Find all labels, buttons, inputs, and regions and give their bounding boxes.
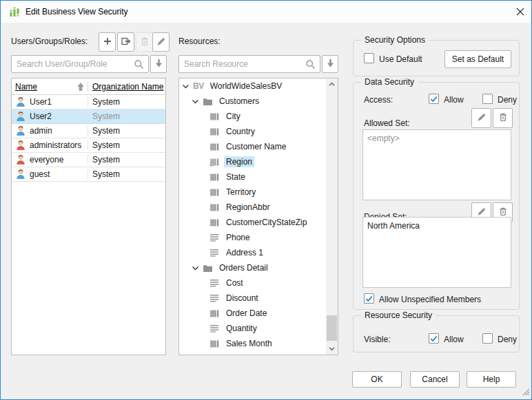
delete-user-button[interactable] [136,32,153,52]
detail-field-icon [209,293,220,303]
dimension-icon [209,172,220,182]
sort-asc-icon [76,82,85,92]
dimension-icon [209,142,220,151]
edit-user-button[interactable] [152,32,170,52]
users-table: Name Organization Name User1 System User… [11,78,166,355]
tree-item-region-selected[interactable]: Region [179,154,326,169]
person-red-icon [15,154,26,165]
data-security-group: Data Security Access: Allow Deny Allowed… [353,82,520,310]
arrow-down-icon [326,59,335,70]
user-search-box [11,55,149,73]
tree-item-discount[interactable]: Discount [179,291,326,306]
dimension-icon [209,112,220,121]
visible-allow-checkbox[interactable] [429,333,439,344]
tree-item-orders-detail[interactable]: Orders Detail [179,260,326,275]
access-deny-label: Deny [498,95,517,105]
pencil-icon [477,112,487,124]
export-icon [121,36,131,48]
allow-unspecified-label: Allow Unspecified Members [379,295,481,304]
tree-item-customercitystatezip[interactable]: CustomerCityStateZip [179,215,326,230]
business-view-icon: BV [193,81,204,91]
detail-field-icon [209,248,220,257]
plus-icon [103,36,112,48]
edit-allowed-set-button[interactable] [471,108,491,128]
app-icon [9,6,21,20]
dimension-icon [209,127,220,136]
chevron-down-icon[interactable] [192,264,200,271]
chevron-down-icon[interactable] [192,98,200,105]
resize-grip[interactable] [521,387,530,398]
tree-item-order-date[interactable]: Order Date [179,306,326,321]
use-default-checkbox[interactable] [364,53,374,63]
scroll-down-icon[interactable] [326,343,338,355]
tree-item-sales-month[interactable]: Sales Month [179,336,326,351]
tree-item-customer-name[interactable]: Customer Name [179,139,326,154]
column-header-organization[interactable]: Organization Name [88,82,165,92]
dimension-icon [209,354,220,355]
access-deny-checkbox[interactable] [482,94,493,104]
search-resource-input[interactable] [179,59,305,69]
allowed-set-box[interactable]: <empty> [362,129,511,200]
table-row-user2-selected[interactable]: User2 System [12,109,165,124]
close-icon[interactable] [512,4,529,19]
tree-item-city[interactable]: City [179,109,326,124]
search-user-input[interactable] [12,59,134,69]
resource-search-box [178,55,320,73]
access-label: Access: [364,95,393,105]
ok-button[interactable]: OK [352,371,402,388]
resources-tree: BV WorldWideSalesBV Customers City Count… [179,78,326,355]
tree-item-customers[interactable]: Customers [179,94,326,109]
users-panel-label: Users/Groups/Roles: [11,36,88,46]
tree-item-address-1[interactable]: Address 1 [179,245,326,260]
visible-deny-label: Deny [498,335,517,344]
users-table-header: Name Organization Name [12,78,165,95]
person-blue-icon [15,169,26,180]
export-user-button[interactable] [117,32,134,52]
set-as-default-button[interactable]: Set as Default [444,50,511,68]
resources-panel-label: Resources: [178,36,221,46]
help-button[interactable]: Help [467,371,516,388]
tree-item-state[interactable]: State [179,169,326,185]
resource-security-group: Resource Security Visible: Allow Deny [353,315,520,352]
arrow-down-icon [154,59,163,70]
tree-item-worldwidesalesbv[interactable]: BV WorldWideSalesBV [179,78,326,94]
apply-resource-search-button[interactable] [322,55,338,73]
chevron-down-icon[interactable] [182,83,190,90]
clear-allowed-set-button[interactable] [493,108,513,128]
table-row-guest[interactable]: guest System [12,167,165,182]
add-user-button[interactable] [99,32,116,52]
table-row-user1[interactable]: User1 System [12,95,165,109]
scroll-up-icon[interactable] [326,78,338,90]
column-header-name[interactable]: Name [12,82,88,92]
table-row-administrators[interactable]: administrators System [12,138,165,153]
tree-item-territory[interactable]: Territory [179,185,326,200]
tree-item-phone[interactable]: Phone [179,230,326,245]
table-row-everyone[interactable]: everyone System [12,153,165,167]
access-allow-label: Allow [444,95,464,105]
person-blue-icon [15,111,26,122]
allow-unspecified-checkbox[interactable] [364,293,374,304]
tree-item-regionabbr[interactable]: RegionAbbr [179,200,326,215]
tree-item-cost[interactable]: Cost [179,275,326,291]
table-row-admin[interactable]: admin System [12,124,165,138]
allowed-set-label: Allowed Set: [364,118,410,128]
dimension-secured-icon [209,157,220,167]
tree-item-country[interactable]: Country [179,124,326,139]
visible-allow-label: Allow [444,335,464,344]
search-icon [305,59,316,70]
denied-set-box[interactable]: North America [362,217,511,288]
access-allow-checkbox[interactable] [429,94,439,104]
tree-item-quantity[interactable]: Quantity [179,321,326,336]
person-blue-icon [15,96,26,107]
scrollbar-thumb[interactable] [327,315,337,341]
window-title: Edit Business View Security [25,7,128,17]
visible-deny-checkbox[interactable] [482,333,493,344]
folder-icon [203,96,213,106]
data-security-legend: Data Security [361,77,418,87]
security-options-legend: Security Options [361,35,429,45]
cancel-button[interactable]: Cancel [410,371,460,388]
dimension-icon [209,308,220,318]
apply-user-search-button[interactable] [150,55,167,73]
tree-scrollbar[interactable] [326,78,338,355]
detail-field-icon [209,233,220,242]
